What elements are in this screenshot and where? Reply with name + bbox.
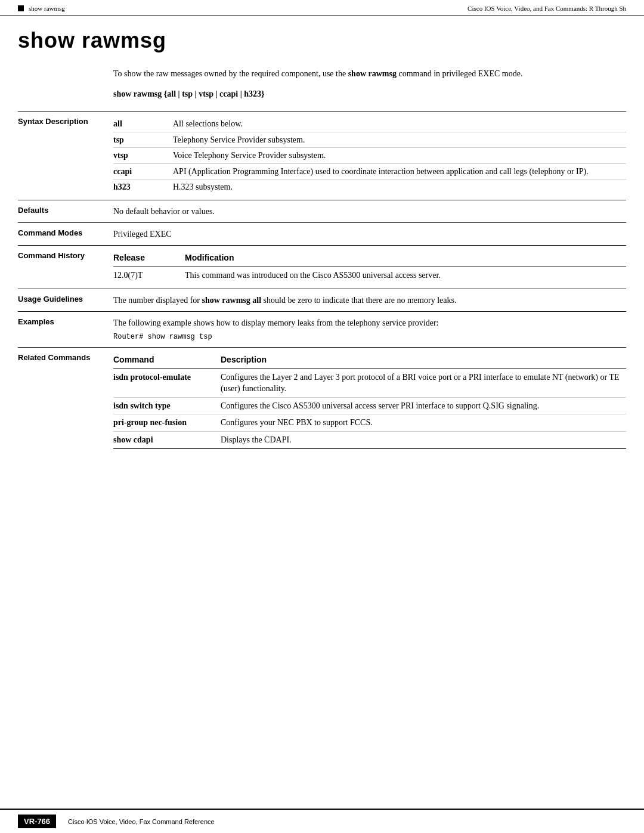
header-square-icon (18, 5, 24, 11)
related-command: show cdapi (113, 431, 221, 448)
main-content: show rawmsg To show the raw messages own… (0, 16, 644, 501)
usage-command-bold: show rawmsg all (202, 296, 262, 305)
history-row: 12.0(7)TThis command was introduced on t… (113, 267, 626, 283)
syntax-description: H.323 subsystem. (173, 179, 626, 195)
related-description: Configures your NEC PBX to support FCCS. (221, 414, 626, 432)
related-row: pri-group nec-fusionConfigures your NEC … (113, 414, 626, 432)
intro-text-before: To show the raw messages owned by the re… (113, 69, 348, 78)
command-modes-text: Privileged EXEC (113, 230, 172, 239)
related-description: Configures the Cisco AS5300 universal ac… (221, 397, 626, 414)
syntax-keyword: h323 (113, 179, 173, 195)
related-row: isdn protocol-emulateConfigures the Laye… (113, 368, 626, 397)
related-col-description: Description (221, 352, 626, 369)
history-modification: This command was introduced on the Cisco… (185, 267, 626, 283)
syntax-description: All selections below. (173, 116, 626, 132)
related-command: pri-group nec-fusion (113, 414, 221, 432)
examples-label: Examples (18, 317, 113, 342)
section-defaults: Defaults No default behavior or values. (18, 200, 626, 222)
usage-text-before: The number displayed for (113, 296, 202, 305)
syntax-table: allAll selections below.tspTelephony Ser… (113, 116, 626, 195)
related-command: isdn protocol-emulate (113, 368, 221, 397)
history-col-release: Release (113, 250, 185, 267)
history-col-modification: Modification (185, 250, 626, 267)
syntax-keyword: ccapi (113, 163, 173, 179)
syntax-description: Voice Telephony Service Provider subsyst… (173, 148, 626, 164)
footer-text: Cisco IOS Voice, Video, Fax Command Refe… (68, 818, 215, 825)
section-usage-guidelines: Usage Guidelines The number displayed fo… (18, 289, 626, 311)
page-footer: VR-766 Cisco IOS Voice, Video, Fax Comma… (0, 809, 644, 833)
syntax-description-label: Syntax Description (18, 116, 113, 195)
related-col-command: Command (113, 352, 221, 369)
syntax-description: API (Application Programming Interface) … (173, 163, 626, 179)
related-commands-label: Related Commands (18, 352, 113, 449)
syntax-keyword: tsp (113, 132, 173, 148)
syntax-row: ccapiAPI (Application Programming Interf… (113, 163, 626, 179)
usage-guidelines-content: The number displayed for show rawmsg all… (113, 294, 626, 306)
syntax-row: vtspVoice Telephony Service Provider sub… (113, 148, 626, 164)
syntax-description-content: allAll selections below.tspTelephony Ser… (113, 116, 626, 195)
page-header: show rawmsg Cisco IOS Voice, Video, and … (0, 0, 644, 16)
syntax-keyword: vtsp (113, 148, 173, 164)
section-related-commands: Related Commands Command Description isd… (18, 347, 626, 454)
syntax-row: tspTelephony Service Provider subsystem. (113, 132, 626, 148)
intro-text-after: command in privileged EXEC mode. (397, 69, 523, 78)
intro-paragraph: To show the raw messages owned by the re… (113, 67, 626, 80)
command-history-content: Release Modification 12.0(7)TThis comman… (113, 250, 626, 284)
related-command: isdn switch type (113, 397, 221, 414)
intro-command-bold: show rawmsg (348, 69, 397, 78)
section-command-history: Command History Release Modification 12.… (18, 245, 626, 289)
usage-text-after: should be zero to indicate that there ar… (261, 296, 456, 305)
command-modes-label: Command Modes (18, 228, 113, 240)
syntax-line: show rawmsg {all | tsp | vtsp | ccapi | … (113, 89, 626, 99)
syntax-row: h323H.323 subsystem. (113, 179, 626, 195)
related-commands-content: Command Description isdn protocol-emulat… (113, 352, 626, 449)
header-left: show rawmsg (18, 5, 65, 12)
syntax-row: allAll selections below. (113, 116, 626, 132)
defaults-label: Defaults (18, 205, 113, 218)
related-row: isdn switch typeConfigures the Cisco AS5… (113, 397, 626, 414)
examples-intro-text: The following example shows how to displ… (113, 317, 626, 329)
related-row: show cdapiDisplays the CDAPI. (113, 431, 626, 448)
header-breadcrumb: show rawmsg (29, 5, 65, 12)
syntax-keyword: all (113, 116, 173, 132)
related-table: Command Description isdn protocol-emulat… (113, 352, 626, 449)
related-description: Displays the CDAPI. (221, 431, 626, 448)
command-modes-content: Privileged EXEC (113, 228, 626, 240)
history-release: 12.0(7)T (113, 267, 185, 283)
command-history-label: Command History (18, 250, 113, 284)
related-description: Configures the Layer 2 and Layer 3 port … (221, 368, 626, 397)
footer-badge: VR-766 (18, 815, 56, 828)
history-table: Release Modification 12.0(7)TThis comman… (113, 250, 626, 284)
section-command-modes: Command Modes Privileged EXEC (18, 222, 626, 245)
header-title: Cisco IOS Voice, Video, and Fax Commands… (467, 5, 626, 12)
section-syntax-description: Syntax Description allAll selections bel… (18, 111, 626, 200)
examples-code: Router# show rawmsg tsp (113, 332, 626, 342)
defaults-content: No default behavior or values. (113, 205, 626, 218)
usage-guidelines-label: Usage Guidelines (18, 294, 113, 306)
page-container: show rawmsg Cisco IOS Voice, Video, and … (0, 0, 644, 833)
examples-content: The following example shows how to displ… (113, 317, 626, 342)
syntax-line-text: show rawmsg {all | tsp | vtsp | ccapi | … (113, 89, 265, 98)
page-title: show rawmsg (18, 28, 626, 53)
defaults-text: No default behavior or values. (113, 207, 215, 216)
section-examples: Examples The following example shows how… (18, 311, 626, 347)
syntax-description: Telephony Service Provider subsystem. (173, 132, 626, 148)
